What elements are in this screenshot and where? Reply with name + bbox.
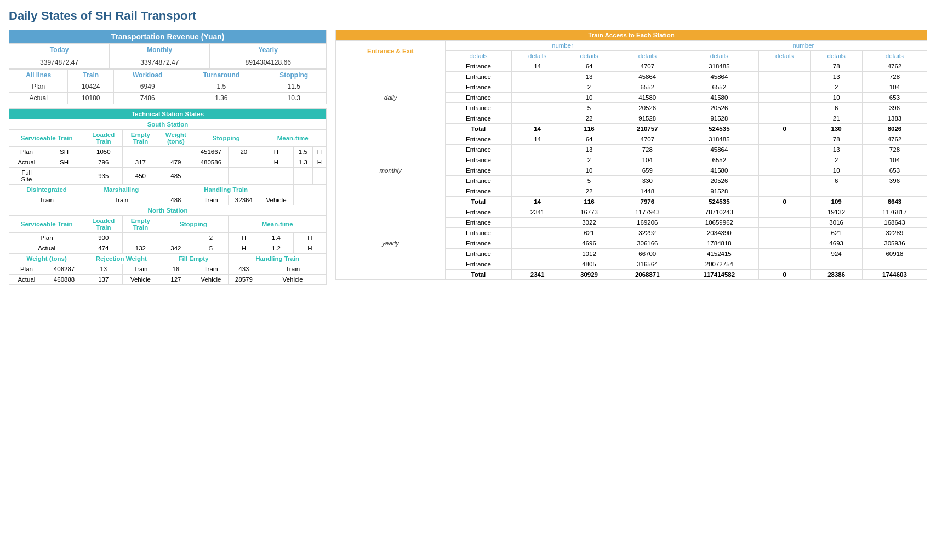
d-r2-c4: 45864 [615,72,680,82]
m-r6-c2 [511,186,563,197]
d-r2-c3: 13 [563,72,615,82]
d-r1-c8: 4762 [862,61,927,72]
stats-col5: Stopping [261,70,327,81]
north-plan-h2: H [293,233,326,243]
d-r4-c6 [758,93,810,103]
m-r5-c6 [758,176,810,186]
north-wt-plan-rejection: 13 [84,264,123,275]
m-r3-c3: 2 [563,155,615,165]
d-r4-c1: Entrance [446,93,512,103]
m-r3-c1: Entrance [446,155,512,165]
d-total-c3: 116 [563,124,615,134]
m-r4-c2 [511,165,563,176]
north-wt-plan-fill: 16 [158,264,193,275]
y-r6-c3: 4805 [563,259,615,270]
m-r6-c8 [862,186,927,197]
d-r4-c3: 10 [563,93,615,103]
y-r1-c7: 19132 [811,207,862,218]
south-plan-h2: H [312,147,326,157]
south-actual-empty: 479 [158,157,193,168]
south-actual-serviceable: 796 [84,157,123,168]
north-wt-plan-handling-unit: Train [259,264,327,275]
m-r4-c1: Entrance [446,165,512,176]
d-r5-c8: 396 [862,103,927,113]
south-fullsite-loaded: 450 [123,168,158,185]
monthly-label: monthly [336,134,446,207]
m-r2-c5: 45864 [680,145,758,155]
d-r2-c8: 728 [862,72,927,82]
south-fullsite-s [229,168,259,185]
south-col-serviceable: Serviceable Train [9,130,84,147]
y-r2-c5: 10659962 [680,218,758,228]
y-r5-c6 [758,249,810,259]
d-r2-c7: 13 [811,72,862,82]
m-r1-c8: 4762 [862,134,927,145]
y-total-c3: 30929 [563,270,615,280]
south-handling-val: 32364 [229,195,259,205]
d-r3-c7: 2 [811,82,862,93]
y-r2-c2 [511,218,563,228]
south-actual-weight: 480586 [193,157,229,168]
south-fullsite-empty: 485 [158,168,193,185]
m-r6-c4: 1448 [615,186,680,197]
m-total-c5: 524535 [680,197,758,207]
m-r5-c5: 20526 [680,176,758,186]
detail-h6: details [758,51,810,61]
d-r6-c3: 22 [563,113,615,124]
m-r2-c2 [511,145,563,155]
y-r5-c2 [511,249,563,259]
number-header1: number [446,41,680,51]
south-actual-h2: H [312,157,326,168]
south-plan-h1: H [259,147,293,157]
d-r3-c8: 104 [862,82,927,93]
m-r5-c1: Entrance [446,176,512,186]
south-fullsite-w [193,168,229,185]
m-total-c1: Total [446,197,512,207]
d-r3-c4: 6552 [615,82,680,93]
stats-plan-0: Plan [9,81,68,93]
tech-station-header: Technical Station States [9,109,327,119]
y-total-c2: 2341 [511,270,563,280]
south-col-meantime: Mean-time [259,130,327,147]
y-r5-c3: 1012 [563,249,615,259]
d-r5-c1: Entrance [446,103,512,113]
daily-label: daily [336,61,446,134]
m-r2-c4: 728 [615,145,680,155]
south-plan-serviceable: 1050 [84,147,123,157]
d-total-c2: 14 [511,124,563,134]
y-r5-c8: 60918 [862,249,927,259]
south-actual-meantime: 1.3 [293,157,312,168]
m-r3-c5: 6552 [680,155,758,165]
m-r1-c4: 4707 [615,134,680,145]
revenue-table: Transportation Revenue (Yuan) Today Mont… [9,30,327,69]
north-col-handling: Handling Train [229,254,327,264]
d-r1-c5: 318485 [680,61,758,72]
north-col-fillempty: Fill Empty [158,254,229,264]
y-r6-c5: 20072754 [680,259,758,270]
y-total-c4: 2068871 [615,270,680,280]
north-plan-meantime: 1.4 [259,233,293,243]
south-handling-blank2 [293,195,326,205]
y-r4-c8: 305936 [862,238,927,249]
south-col-loaded: LoadedTrain [84,130,123,147]
south-actual-label: Actual [9,157,44,168]
entrance-exit-header: Entrance & Exit [336,41,446,61]
north-actual-serviceable: 474 [84,243,123,254]
d-r5-c7: 6 [811,103,862,113]
north-plan-serviceable: 900 [84,233,123,243]
d-r6-c2 [511,113,563,124]
south-plan-loaded [123,147,158,157]
m-r5-c4: 330 [615,176,680,186]
north-col-stopping: Stopping [158,216,229,233]
m-r3-c2 [511,155,563,165]
revenue-col1-value: 33974872.47 [9,56,110,69]
m-r1-c5: 318485 [680,134,758,145]
m-r1-c1: Entrance [446,134,512,145]
revenue-header: Transportation Revenue (Yuan) [9,30,327,44]
m-r6-c6 [758,186,810,197]
south-plan-sh: SH [44,147,84,157]
d-r6-c4: 91528 [615,113,680,124]
d-r6-c6 [758,113,810,124]
y-r6-c6 [758,259,810,270]
south-actual-loaded: 317 [123,157,158,168]
